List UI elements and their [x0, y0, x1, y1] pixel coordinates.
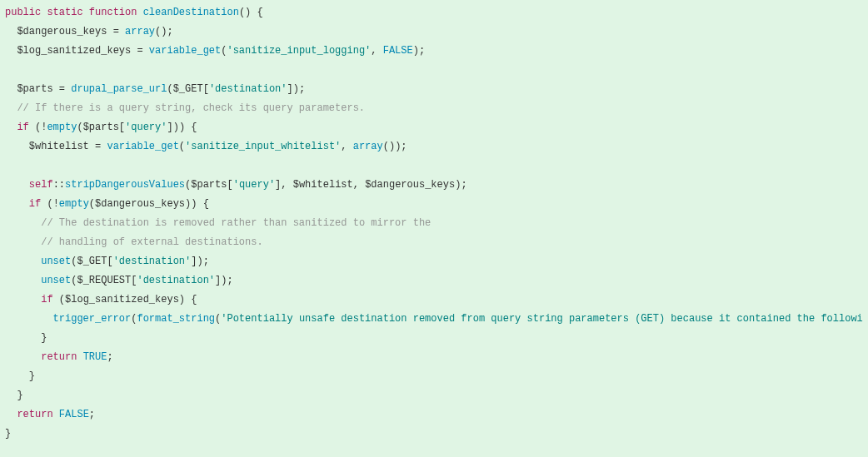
- paren-close: ): [179, 122, 185, 133]
- function-call: variable_get: [107, 141, 178, 152]
- string-literal: 'sanitize_input_whitelist': [185, 141, 341, 152]
- string-literal: 'query': [233, 179, 275, 191]
- builtin-array: array: [125, 26, 155, 37]
- code-line: // The destination is removed rather tha…: [5, 214, 863, 233]
- variable: $whitelist: [293, 179, 353, 191]
- variable: $_GET: [77, 256, 107, 267]
- variable: $_GET: [173, 83, 203, 95]
- code-line: unset($_REQUEST['destination']);: [5, 271, 863, 291]
- indent: [5, 217, 41, 229]
- semicolon: ;: [89, 409, 95, 420]
- code-line: // handling of external destinations.: [5, 233, 863, 252]
- comma: ,: [353, 179, 359, 191]
- function-call: trigger_error: [53, 313, 132, 325]
- equals: =: [95, 141, 101, 152]
- paren-open: (: [167, 83, 172, 95]
- brace-close: }: [17, 390, 22, 401]
- comma: ,: [341, 141, 347, 152]
- indent: [5, 313, 53, 325]
- indent: [5, 332, 41, 344]
- empty-line: [5, 61, 863, 80]
- paren-close: ): [413, 45, 419, 57]
- paren-open: (: [59, 294, 65, 305]
- code-line: self::stripDangerousValues($parts['query…: [5, 176, 863, 195]
- keyword-if: if: [29, 198, 41, 210]
- keyword-return: return: [17, 409, 52, 420]
- brace-close: }: [29, 370, 35, 382]
- keyword-public: public: [5, 7, 41, 18]
- semicolon: ;: [419, 45, 425, 57]
- indent: [5, 26, 17, 37]
- equals: =: [113, 26, 119, 37]
- indent: [5, 275, 41, 286]
- builtin-empty: empty: [59, 198, 89, 210]
- indent: [5, 179, 29, 191]
- paren-close: ): [245, 7, 251, 18]
- variable: $parts: [17, 83, 52, 95]
- indent: [5, 390, 17, 401]
- code-line: return FALSE;: [5, 405, 863, 425]
- string-literal: 'sanitize_input_logging': [227, 45, 371, 57]
- keyword-self: self: [29, 179, 53, 191]
- semicolon: ;: [401, 141, 407, 152]
- bracket-open: [: [119, 122, 125, 133]
- string-literal: 'Potentially unsafe destination removed …: [221, 313, 863, 325]
- function-call: format_string: [137, 313, 215, 325]
- brace-open: {: [191, 122, 197, 133]
- semicolon: ;: [203, 256, 209, 267]
- string-literal: 'destination': [137, 275, 215, 286]
- variable: $whitelist: [29, 141, 89, 152]
- double-colon: ::: [53, 179, 65, 191]
- variable: $log_sanitized_keys: [17, 45, 131, 57]
- paren-open: (: [47, 198, 52, 210]
- semicolon: ;: [299, 83, 305, 95]
- variable: $parts: [83, 122, 119, 133]
- indent: [5, 409, 17, 420]
- not-operator: !: [53, 198, 59, 210]
- comment: // The destination is removed rather tha…: [41, 217, 431, 229]
- constant-false: FALSE: [383, 45, 413, 57]
- code-line: if (!empty($parts['query'])) {: [5, 118, 863, 137]
- code-line: return TRUE;: [5, 348, 863, 367]
- bracket-open: [: [107, 256, 112, 267]
- indent: [5, 141, 29, 152]
- brace-open: {: [203, 198, 209, 210]
- paren-close: ): [173, 122, 179, 133]
- comma: ,: [281, 179, 287, 191]
- keyword-if: if: [41, 294, 52, 305]
- keyword-static: static: [47, 7, 82, 18]
- indent: [5, 236, 41, 248]
- paren-open: (: [179, 141, 185, 152]
- string-literal: 'destination': [113, 256, 192, 267]
- paren-close: ): [191, 198, 197, 210]
- variable: $log_sanitized_keys: [65, 294, 179, 305]
- indent: [5, 83, 17, 95]
- equals: =: [59, 83, 65, 95]
- code-line: $log_sanitized_keys = variable_get('sani…: [5, 42, 863, 61]
- semicolon: ;: [461, 179, 466, 191]
- brace-close: }: [5, 428, 11, 440]
- semicolon: ;: [167, 26, 172, 37]
- function-call: drupal_parse_url: [71, 83, 167, 95]
- indent: [5, 351, 41, 363]
- string-literal: 'query': [125, 122, 167, 133]
- constant-true: TRUE: [83, 351, 107, 363]
- equals: =: [137, 45, 142, 57]
- indent: [5, 102, 17, 114]
- function-call: variable_get: [149, 45, 221, 57]
- indent: [5, 198, 29, 210]
- brace-open: {: [257, 7, 262, 18]
- variable: $dangerous_keys: [95, 198, 185, 210]
- paren-open: (: [239, 7, 245, 18]
- string-literal: 'destination': [209, 83, 287, 95]
- code-line: // If there is a query string, check its…: [5, 99, 863, 118]
- code-block: public static function cleanDestination(…: [5, 3, 863, 444]
- code-line: $dangerous_keys = array();: [5, 22, 863, 42]
- code-line: }: [5, 367, 863, 386]
- comment: // If there is a query string, check its…: [17, 102, 365, 114]
- paren-close: ): [197, 256, 202, 267]
- paren-close: ): [293, 83, 299, 95]
- code-line: }: [5, 386, 863, 405]
- semicolon: ;: [227, 275, 232, 286]
- bracket-close: ]: [167, 122, 172, 133]
